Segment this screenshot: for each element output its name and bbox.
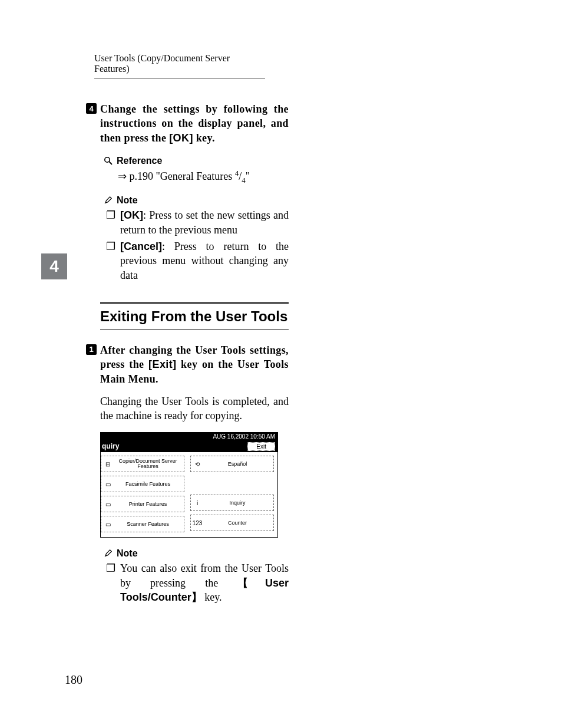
note2-after: key.: [202, 591, 222, 603]
bullet-icon: ❐: [106, 561, 115, 604]
list-item: ❐ [Cancel]: Press to return to the previ…: [106, 239, 289, 282]
section-heading: Exiting From the User Tools: [100, 302, 289, 330]
pencil-icon: [104, 549, 113, 558]
cancel-key-label: [Cancel]: [120, 241, 162, 252]
counter-icon: 123: [193, 519, 201, 527]
panel-language-button[interactable]: ⟲ Español: [190, 456, 274, 472]
panel-counter-label: Counter: [204, 521, 271, 526]
running-head: User Tools (Copy/Document Server Feature…: [94, 53, 265, 78]
panel-scanner-label: Scanner Features: [114, 522, 181, 528]
panel-printer-button[interactable]: ▭ Printer Features: [101, 496, 184, 512]
panel-copier-label: Copier/Document Server Features: [114, 459, 181, 470]
chapter-tab: 4: [41, 253, 67, 279]
reference-line: ⇒ p.190 "General Features 4/4": [118, 169, 289, 185]
svg-point-0: [105, 157, 110, 162]
page-number: 180: [65, 673, 82, 687]
magnifier-icon: [104, 156, 113, 166]
language-icon: ⟲: [193, 460, 201, 468]
ok-key-token: [OK]: [169, 132, 193, 144]
reference-label: Reference: [117, 156, 162, 166]
panel-copier-button[interactable]: ⊟ Copier/Document Server Features: [101, 456, 184, 472]
panel-exit-button[interactable]: Exit: [247, 442, 275, 451]
panel-screenshot: AUG 16,2002 10:50 AM quiry Exit ⊟ Copier…: [100, 432, 278, 538]
panel-fax-label: Facsimile Features: [114, 482, 181, 487]
pencil-icon: [104, 196, 113, 205]
list-item: ❐ You can also exit from the User Tools …: [106, 561, 289, 604]
arrow-icon: ⇒: [118, 170, 127, 182]
exit-key-token: [Exit]: [148, 358, 176, 370]
panel-spacer: [190, 476, 274, 491]
scanner-icon: ▭: [104, 520, 112, 528]
panel-timestamp: AUG 16,2002 10:50 AM: [101, 433, 277, 440]
reference-text: p.190 "General Features: [127, 170, 235, 182]
note1-item0-text: : Press to set the new settings and retu…: [120, 209, 289, 235]
note2-list: ❐ You can also exit from the User Tools …: [106, 561, 289, 604]
panel-language-label: Español: [204, 462, 271, 467]
panel-counter-button[interactable]: 123 Counter: [190, 515, 274, 531]
step-badge-1: 1: [86, 344, 97, 355]
body-paragraph: Changing the User Tools is completed, an…: [100, 394, 289, 423]
step4-after: key.: [193, 132, 215, 144]
hardkey-open-bracket: 【: [237, 577, 265, 589]
step4-text: Change the settings by following the ins…: [100, 102, 289, 145]
bullet-icon: ❐: [106, 239, 115, 282]
step-badge-4: 4: [86, 103, 97, 114]
info-icon: i: [193, 499, 201, 507]
note2-heading: Note: [104, 548, 289, 559]
fax-icon: ▭: [104, 480, 112, 488]
panel-scanner-button[interactable]: ▭ Scanner Features: [101, 516, 184, 532]
copier-icon: ⊟: [104, 460, 112, 468]
printer-icon: ▭: [104, 500, 112, 508]
note1-list: ❐ [OK]: Press to set the new settings an…: [106, 208, 289, 282]
panel-inquiry-label: Inquiry: [204, 500, 271, 506]
reference-after: ": [246, 170, 250, 182]
ok-key-label: [OK]: [120, 209, 143, 221]
reference-heading: Reference: [104, 156, 289, 166]
note1-label: Note: [117, 195, 138, 206]
list-item: ❐ [OK]: Press to set the new settings an…: [106, 208, 289, 237]
svg-line-1: [109, 162, 112, 164]
panel-title: quiry: [101, 442, 119, 450]
step1-text: After changing the User Tools settings, …: [100, 343, 289, 386]
hardkey-close-bracket: 】: [191, 591, 202, 603]
panel-inquiry-button[interactable]: i Inquiry: [190, 495, 274, 511]
panel-fax-button[interactable]: ▭ Facsimile Features: [101, 476, 184, 492]
note2-label: Note: [117, 548, 138, 559]
note1-heading: Note: [104, 195, 289, 206]
panel-printer-label: Printer Features: [114, 502, 181, 508]
bullet-icon: ❐: [106, 208, 115, 237]
